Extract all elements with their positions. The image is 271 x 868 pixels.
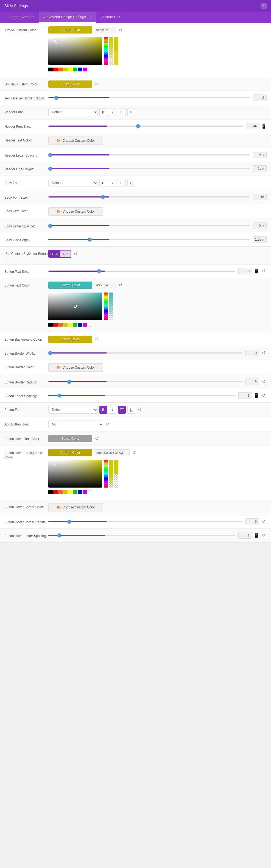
- custom-styles-toggle[interactable]: YES NO: [48, 250, 71, 258]
- header-line-height-slider[interactable]: [48, 168, 250, 169]
- bhb-swatch-yellow-dark[interactable]: [63, 490, 68, 494]
- body-italic-btn[interactable]: I: [109, 179, 116, 187]
- bt-swatch-yellow[interactable]: [68, 323, 72, 327]
- button-border-radius-reset-btn[interactable]: ↺: [261, 378, 267, 385]
- add-button-icon-select[interactable]: No: [48, 421, 103, 428]
- button-hover-bg-hex-input[interactable]: [94, 450, 130, 456]
- button-text-alpha-bar[interactable]: [109, 292, 113, 320]
- body-font-select[interactable]: Default: [48, 179, 98, 187]
- body-choose-custom-btn[interactable]: 🎨 Choose Custom Color: [48, 207, 103, 216]
- add-button-icon-reset-btn[interactable]: ↺: [105, 421, 111, 427]
- bhb-swatch-blue[interactable]: [78, 490, 82, 494]
- custom-styles-reset-btn[interactable]: ↺: [73, 251, 78, 257]
- bhb-swatch-green[interactable]: [73, 490, 77, 494]
- button-hover-border-radius-slider[interactable]: [48, 521, 243, 522]
- swatch-red[interactable]: [53, 68, 58, 71]
- bhb-swatch-red[interactable]: [53, 490, 58, 494]
- device-icon[interactable]: 📱: [261, 124, 267, 129]
- swatch-yellow-dark[interactable]: [63, 68, 68, 71]
- body-font-size-slider[interactable]: [48, 196, 250, 197]
- body-bold-btn[interactable]: B: [99, 179, 107, 187]
- header-tt-btn[interactable]: TT: [118, 108, 126, 116]
- button-bg-reset-btn[interactable]: ↺: [94, 336, 100, 342]
- button-text-color-reset-btn[interactable]: ↺: [117, 282, 123, 288]
- dot-nav-reset-button[interactable]: ↺: [94, 81, 100, 87]
- bt-swatch-magenta[interactable]: [83, 323, 87, 327]
- arrows-alpha-bar[interactable]: [109, 37, 113, 65]
- button-text-hue-bar[interactable]: [104, 292, 108, 320]
- bt-swatch-orange[interactable]: [58, 323, 63, 327]
- button-hover-bg-reset-btn[interactable]: ↺: [131, 450, 137, 456]
- swatch-black[interactable]: [48, 68, 53, 71]
- header-underline-btn[interactable]: U: [127, 108, 135, 116]
- button-letter-spacing-reset-btn[interactable]: ↺: [261, 392, 267, 399]
- header-italic-btn[interactable]: I: [109, 108, 116, 116]
- button-hover-bg-current-color-button[interactable]: Current Color: [48, 449, 92, 456]
- dot-nav-select-color-button[interactable]: Select Color: [48, 81, 92, 88]
- swatch-white[interactable]: [88, 68, 92, 71]
- bt-swatch-green[interactable]: [73, 323, 77, 327]
- arrows-hex-input[interactable]: [94, 27, 116, 33]
- button-hover-border-choose-custom-btn[interactable]: 🎨 Choose Custom Color: [48, 503, 103, 512]
- button-border-choose-custom-btn[interactable]: 🎨 Choose Custom Color: [48, 363, 103, 372]
- body-line-height-slider[interactable]: [48, 239, 250, 240]
- button-bold-btn[interactable]: B: [99, 406, 107, 414]
- arrows-hue-bar[interactable]: [104, 37, 108, 65]
- button-bg-select-color-button[interactable]: Select Color: [48, 336, 92, 343]
- swatch-orange[interactable]: [58, 68, 63, 71]
- bt-swatch-black[interactable]: [48, 323, 53, 327]
- tab-general-settings[interactable]: General Settings: [3, 11, 39, 23]
- button-hover-bg-gradient-area[interactable]: [48, 460, 102, 488]
- text-overlay-slider[interactable]: [48, 97, 250, 98]
- button-hover-letter-spacing-slider[interactable]: [48, 535, 236, 536]
- body-underline-btn[interactable]: U: [127, 179, 135, 187]
- header-letter-spacing-slider[interactable]: [48, 154, 250, 155]
- swatch-magenta[interactable]: [83, 68, 87, 71]
- bhb-swatch-white[interactable]: [88, 490, 92, 494]
- header-font-select[interactable]: Default: [48, 108, 98, 116]
- bhb-swatch-orange[interactable]: [58, 490, 63, 494]
- button-text-gradient-area[interactable]: [48, 292, 102, 320]
- button-hover-text-select-color-button[interactable]: Select Color: [48, 435, 92, 442]
- swatch-blue[interactable]: [78, 68, 82, 71]
- bhb-swatch-magenta[interactable]: [83, 490, 87, 494]
- button-letter-spacing-device-icon[interactable]: 📱: [254, 393, 259, 398]
- swatch-yellow[interactable]: [68, 68, 72, 71]
- arrows-current-color-button[interactable]: Current Color: [48, 26, 92, 33]
- arrows-gradient-area[interactable]: [48, 37, 102, 65]
- bt-swatch-blue[interactable]: [78, 323, 82, 327]
- header-choose-custom-btn[interactable]: 🎨 Choose Custom Color: [48, 136, 103, 145]
- button-border-width-slider[interactable]: [48, 352, 243, 353]
- close-button[interactable]: ×: [261, 3, 267, 9]
- tab-custom-css[interactable]: Custom CSS: [96, 11, 126, 23]
- header-font-size-slider[interactable]: [48, 126, 243, 127]
- button-hover-letter-spacing-device-icon[interactable]: 📱: [254, 533, 259, 538]
- arrows-reset-button[interactable]: ↺: [117, 27, 123, 33]
- button-tt-btn[interactable]: TT: [118, 406, 126, 414]
- bhb-swatch-yellow[interactable]: [68, 490, 72, 494]
- button-text-size-slider[interactable]: [48, 271, 236, 272]
- button-hover-border-radius-reset-btn[interactable]: ↺: [261, 518, 267, 525]
- button-italic-btn[interactable]: I: [109, 406, 116, 414]
- tab-advanced-design-settings[interactable]: Advanced Design Settings ↺: [39, 11, 96, 23]
- button-hover-letter-spacing-reset-btn[interactable]: ↺: [261, 532, 267, 538]
- bt-swatch-white[interactable]: [88, 323, 92, 327]
- button-text-current-color-button[interactable]: Current Color: [48, 282, 92, 289]
- bt-swatch-yellow-dark[interactable]: [63, 323, 68, 327]
- button-underline-btn[interactable]: U: [127, 406, 135, 414]
- button-border-width-reset-btn[interactable]: ↺: [261, 350, 267, 356]
- button-text-hex-input[interactable]: [94, 282, 116, 288]
- button-text-size-device-icon[interactable]: 📱: [254, 268, 259, 274]
- bhb-swatch-black[interactable]: [48, 490, 53, 494]
- button-hover-bg-hue-bar[interactable]: [104, 460, 108, 488]
- button-hover-bg-alpha-bar[interactable]: [109, 460, 113, 488]
- body-letter-spacing-slider[interactable]: [48, 225, 250, 226]
- button-hover-text-reset-btn[interactable]: ↺: [94, 435, 100, 442]
- body-tt-btn[interactable]: TT: [118, 179, 126, 187]
- button-letter-spacing-slider[interactable]: [48, 395, 236, 396]
- header-bold-btn[interactable]: B: [99, 108, 107, 116]
- swatch-green[interactable]: [73, 68, 77, 71]
- button-font-reset-btn[interactable]: ↺: [137, 406, 142, 413]
- button-font-select[interactable]: Default: [48, 406, 98, 414]
- button-text-size-reset-btn[interactable]: ↺: [261, 268, 267, 274]
